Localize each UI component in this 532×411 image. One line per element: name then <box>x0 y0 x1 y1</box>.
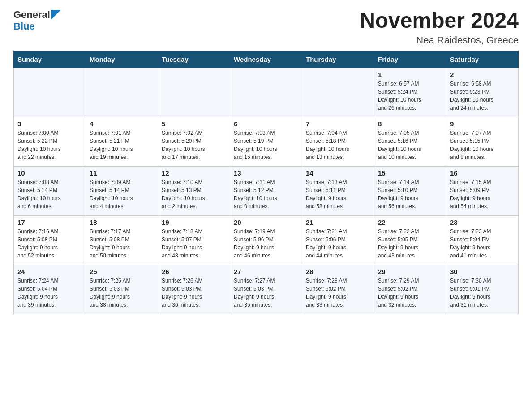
table-row: 12Sunrise: 7:10 AM Sunset: 5:13 PM Dayli… <box>158 166 230 215</box>
title-block: November 2024 Nea Raidestos, Greece <box>360 9 519 46</box>
table-row <box>86 68 158 117</box>
day-info: Sunrise: 7:08 AM Sunset: 5:14 PM Dayligh… <box>17 178 82 210</box>
day-info: Sunrise: 7:05 AM Sunset: 5:16 PM Dayligh… <box>378 129 442 161</box>
table-row: 18Sunrise: 7:17 AM Sunset: 5:08 PM Dayli… <box>86 215 158 265</box>
day-number: 23 <box>450 218 515 226</box>
day-number: 29 <box>378 268 442 275</box>
table-row: 1Sunrise: 6:57 AM Sunset: 5:24 PM Daylig… <box>374 68 446 117</box>
day-info: Sunrise: 6:57 AM Sunset: 5:24 PM Dayligh… <box>378 80 442 112</box>
col-sunday: Sunday <box>14 51 86 68</box>
day-info: Sunrise: 6:58 AM Sunset: 5:23 PM Dayligh… <box>450 80 515 112</box>
table-row: 8Sunrise: 7:05 AM Sunset: 5:16 PM Daylig… <box>374 117 446 166</box>
day-number: 8 <box>378 120 442 128</box>
table-row: 16Sunrise: 7:15 AM Sunset: 5:09 PM Dayli… <box>446 166 519 215</box>
day-number: 27 <box>234 268 298 275</box>
table-row: 19Sunrise: 7:18 AM Sunset: 5:07 PM Dayli… <box>158 215 230 265</box>
svg-marker-0 <box>51 10 61 20</box>
table-row: 28Sunrise: 7:28 AM Sunset: 5:02 PM Dayli… <box>302 265 374 314</box>
table-row: 2Sunrise: 6:58 AM Sunset: 5:23 PM Daylig… <box>446 68 519 117</box>
logo-general-text: General <box>13 9 50 21</box>
table-row: 21Sunrise: 7:21 AM Sunset: 5:06 PM Dayli… <box>302 215 374 265</box>
day-info: Sunrise: 7:15 AM Sunset: 5:09 PM Dayligh… <box>450 178 515 210</box>
table-row: 11Sunrise: 7:09 AM Sunset: 5:14 PM Dayli… <box>86 166 158 215</box>
day-number: 21 <box>306 218 370 226</box>
col-monday: Monday <box>86 51 158 68</box>
calendar-week-row: 3Sunrise: 7:00 AM Sunset: 5:22 PM Daylig… <box>14 117 519 166</box>
calendar-week-row: 24Sunrise: 7:24 AM Sunset: 5:04 PM Dayli… <box>14 265 519 314</box>
col-saturday: Saturday <box>446 51 519 68</box>
day-number: 5 <box>162 120 226 128</box>
table-row <box>158 68 230 117</box>
logo-arrow-icon <box>51 10 61 20</box>
day-info: Sunrise: 7:19 AM Sunset: 5:06 PM Dayligh… <box>234 227 298 260</box>
day-number: 28 <box>306 268 370 275</box>
day-number: 24 <box>17 268 82 275</box>
table-row: 23Sunrise: 7:23 AM Sunset: 5:04 PM Dayli… <box>446 215 519 265</box>
day-number: 6 <box>234 120 298 128</box>
day-number: 9 <box>450 120 515 128</box>
table-row: 17Sunrise: 7:16 AM Sunset: 5:08 PM Dayli… <box>14 215 86 265</box>
table-row: 15Sunrise: 7:14 AM Sunset: 5:10 PM Dayli… <box>374 166 446 215</box>
day-number: 12 <box>162 169 226 177</box>
calendar-week-row: 17Sunrise: 7:16 AM Sunset: 5:08 PM Dayli… <box>14 215 519 265</box>
table-row: 24Sunrise: 7:24 AM Sunset: 5:04 PM Dayli… <box>14 265 86 314</box>
day-number: 15 <box>378 169 442 177</box>
table-row: 10Sunrise: 7:08 AM Sunset: 5:14 PM Dayli… <box>14 166 86 215</box>
day-info: Sunrise: 7:28 AM Sunset: 5:02 PM Dayligh… <box>306 277 370 309</box>
day-info: Sunrise: 7:21 AM Sunset: 5:06 PM Dayligh… <box>306 227 370 260</box>
calendar-week-row: 1Sunrise: 6:57 AM Sunset: 5:24 PM Daylig… <box>14 68 519 117</box>
day-info: Sunrise: 7:26 AM Sunset: 5:03 PM Dayligh… <box>162 277 226 309</box>
day-info: Sunrise: 7:00 AM Sunset: 5:22 PM Dayligh… <box>17 129 82 161</box>
table-row: 30Sunrise: 7:30 AM Sunset: 5:01 PM Dayli… <box>446 265 519 314</box>
day-info: Sunrise: 7:11 AM Sunset: 5:12 PM Dayligh… <box>234 178 298 210</box>
table-row: 22Sunrise: 7:22 AM Sunset: 5:05 PM Dayli… <box>374 215 446 265</box>
table-row: 26Sunrise: 7:26 AM Sunset: 5:03 PM Dayli… <box>158 265 230 314</box>
day-info: Sunrise: 7:24 AM Sunset: 5:04 PM Dayligh… <box>17 277 82 309</box>
day-number: 4 <box>90 120 154 128</box>
day-info: Sunrise: 7:07 AM Sunset: 5:15 PM Dayligh… <box>450 129 515 161</box>
table-row: 25Sunrise: 7:25 AM Sunset: 5:03 PM Dayli… <box>86 265 158 314</box>
day-info: Sunrise: 7:25 AM Sunset: 5:03 PM Dayligh… <box>90 277 154 309</box>
day-info: Sunrise: 7:17 AM Sunset: 5:08 PM Dayligh… <box>90 227 154 260</box>
day-info: Sunrise: 7:13 AM Sunset: 5:11 PM Dayligh… <box>306 178 370 210</box>
calendar-header-row: Sunday Monday Tuesday Wednesday Thursday… <box>14 51 519 68</box>
day-info: Sunrise: 7:02 AM Sunset: 5:20 PM Dayligh… <box>162 129 226 161</box>
day-number: 18 <box>90 218 154 226</box>
day-info: Sunrise: 7:29 AM Sunset: 5:02 PM Dayligh… <box>378 277 442 309</box>
table-row <box>230 68 302 117</box>
month-title: November 2024 <box>360 9 519 33</box>
col-wednesday: Wednesday <box>230 51 302 68</box>
table-row: 3Sunrise: 7:00 AM Sunset: 5:22 PM Daylig… <box>14 117 86 166</box>
day-info: Sunrise: 7:04 AM Sunset: 5:18 PM Dayligh… <box>306 129 370 161</box>
day-info: Sunrise: 7:23 AM Sunset: 5:04 PM Dayligh… <box>450 227 515 260</box>
day-number: 22 <box>378 218 442 226</box>
table-row: 13Sunrise: 7:11 AM Sunset: 5:12 PM Dayli… <box>230 166 302 215</box>
day-info: Sunrise: 7:22 AM Sunset: 5:05 PM Dayligh… <box>378 227 442 260</box>
col-thursday: Thursday <box>302 51 374 68</box>
logo: General Blue <box>13 9 61 32</box>
day-number: 19 <box>162 218 226 226</box>
day-number: 13 <box>234 169 298 177</box>
table-row: 7Sunrise: 7:04 AM Sunset: 5:18 PM Daylig… <box>302 117 374 166</box>
table-row: 4Sunrise: 7:01 AM Sunset: 5:21 PM Daylig… <box>86 117 158 166</box>
table-row: 20Sunrise: 7:19 AM Sunset: 5:06 PM Dayli… <box>230 215 302 265</box>
day-number: 10 <box>17 169 82 177</box>
table-row: 29Sunrise: 7:29 AM Sunset: 5:02 PM Dayli… <box>374 265 446 314</box>
day-info: Sunrise: 7:30 AM Sunset: 5:01 PM Dayligh… <box>450 277 515 309</box>
day-number: 16 <box>450 169 515 177</box>
day-number: 3 <box>17 120 82 128</box>
day-number: 30 <box>450 268 515 275</box>
table-row: 9Sunrise: 7:07 AM Sunset: 5:15 PM Daylig… <box>446 117 519 166</box>
calendar-table: Sunday Monday Tuesday Wednesday Thursday… <box>13 51 519 314</box>
day-info: Sunrise: 7:18 AM Sunset: 5:07 PM Dayligh… <box>162 227 226 260</box>
location-subtitle: Nea Raidestos, Greece <box>360 34 519 46</box>
day-info: Sunrise: 7:03 AM Sunset: 5:19 PM Dayligh… <box>234 129 298 161</box>
day-info: Sunrise: 7:01 AM Sunset: 5:21 PM Dayligh… <box>90 129 154 161</box>
day-info: Sunrise: 7:27 AM Sunset: 5:03 PM Dayligh… <box>234 277 298 309</box>
logo-blue-text: Blue <box>13 21 35 32</box>
table-row: 6Sunrise: 7:03 AM Sunset: 5:19 PM Daylig… <box>230 117 302 166</box>
calendar-week-row: 10Sunrise: 7:08 AM Sunset: 5:14 PM Dayli… <box>14 166 519 215</box>
page-header: General Blue November 2024 Nea Raidestos… <box>13 9 519 46</box>
day-number: 1 <box>378 71 442 78</box>
day-number: 25 <box>90 268 154 275</box>
